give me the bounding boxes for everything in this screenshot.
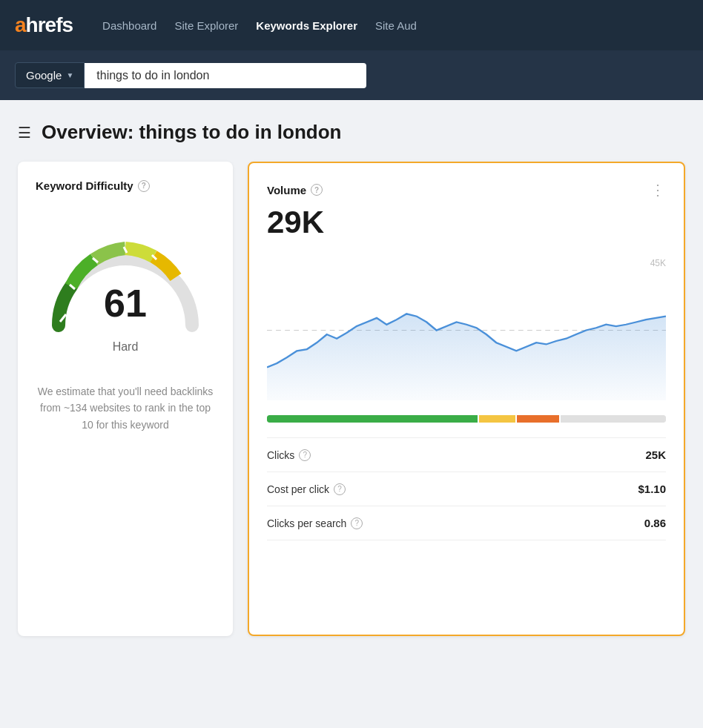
nav-links: Dashboard Site Explorer Keywords Explore… (102, 16, 417, 35)
kd-help-icon[interactable]: ? (138, 180, 150, 192)
nav-site-audit[interactable]: Site Aud (375, 16, 417, 35)
volume-chart-svg (267, 252, 666, 400)
color-bar-yellow (479, 415, 516, 423)
color-bar (267, 415, 666, 423)
cps-label: Clicks per search ? (267, 517, 363, 529)
page-title: Overview: things to do in london (42, 121, 341, 144)
clicks-label: Clicks ? (267, 449, 311, 461)
cps-value: 0.86 (644, 517, 666, 529)
clicks-value: 25K (645, 449, 666, 461)
kd-card: Keyword Difficulty ? (18, 162, 233, 636)
logo-text: hrefs (26, 13, 73, 37)
volume-card-header: Volume ? ⋮ (267, 181, 666, 199)
search-engine-label: Google (26, 69, 62, 82)
chevron-down-icon: ▼ (66, 71, 73, 79)
volume-number: 29K (267, 205, 666, 240)
search-bar: Google ▼ (0, 50, 703, 100)
nav-dashboard[interactable]: Dashboard (102, 16, 156, 35)
stats-table: Clicks ? 25K Cost per click ? $1.10 Clic… (267, 437, 666, 540)
stats-row-cps: Clicks per search ? 0.86 (267, 506, 666, 540)
cpc-value: $1.10 (638, 483, 666, 495)
volume-card: Volume ? ⋮ 29K 45K (248, 162, 685, 636)
nav-keywords-explorer[interactable]: Keywords Explorer (256, 16, 357, 35)
kd-description: We estimate that you'll need backlinks f… (36, 383, 215, 433)
main-content: ☰ Overview: things to do in london Keywo… (0, 100, 703, 657)
volume-title: Volume ? (267, 184, 323, 196)
volume-help-icon[interactable]: ? (311, 184, 323, 196)
search-input[interactable] (85, 63, 366, 88)
stats-row-cpc: Cost per click ? $1.10 (267, 472, 666, 506)
color-bar-gray (561, 415, 666, 423)
stats-row-clicks: Clicks ? 25K (267, 438, 666, 472)
page-header: ☰ Overview: things to do in london (18, 121, 685, 144)
gauge-container: 61 (44, 214, 207, 311)
kd-card-title: Keyword Difficulty ? (36, 179, 215, 192)
search-engine-button[interactable]: Google ▼ (15, 62, 85, 88)
cpc-label: Cost per click ? (267, 483, 346, 495)
chart-container: 45K (267, 252, 666, 400)
logo-letter-a: a (15, 13, 26, 37)
logo[interactable]: ahrefs (15, 13, 73, 37)
kd-score: 61 (104, 281, 147, 325)
chart-y-label: 45K (650, 258, 666, 268)
clicks-help-icon[interactable]: ? (299, 449, 311, 461)
hamburger-icon[interactable]: ☰ (18, 124, 31, 142)
cpc-help-icon[interactable]: ? (334, 483, 346, 495)
color-bar-orange (517, 415, 559, 423)
color-bar-green (267, 415, 478, 423)
nav-site-explorer[interactable]: Site Explorer (174, 16, 238, 35)
cps-help-icon[interactable]: ? (351, 517, 363, 529)
more-options-icon[interactable]: ⋮ (650, 181, 666, 199)
navbar: ahrefs Dashboard Site Explorer Keywords … (0, 0, 703, 50)
cards-row: Keyword Difficulty ? (18, 162, 685, 636)
